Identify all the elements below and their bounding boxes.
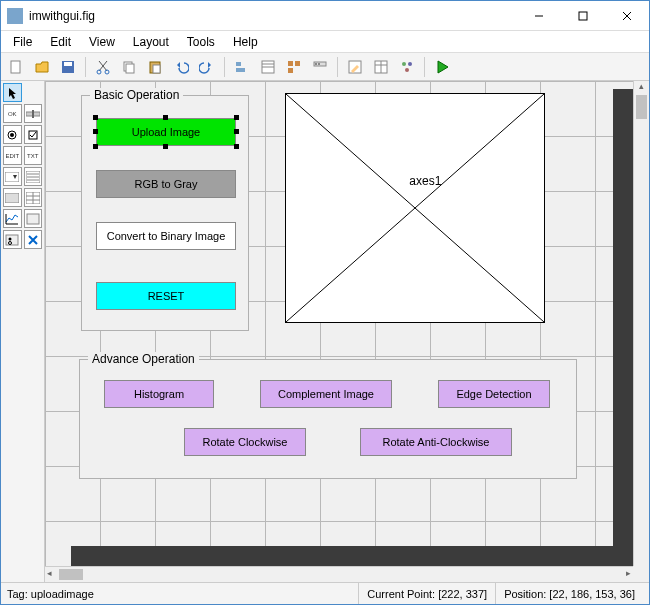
maximize-button[interactable] [561, 2, 605, 30]
window-title: imwithgui.fig [29, 9, 517, 23]
statusbar: Tag: uploadimage Current Point: [222, 33… [1, 582, 649, 604]
svg-rect-48 [27, 214, 39, 224]
cut-icon[interactable] [92, 56, 114, 78]
palette-checkbox[interactable] [24, 125, 43, 144]
menu-layout[interactable]: Layout [125, 33, 177, 51]
separator [424, 57, 425, 77]
menu-view[interactable]: View [81, 33, 123, 51]
toolbar [1, 53, 649, 81]
palette-listbox[interactable] [24, 167, 43, 186]
scroll-up-icon[interactable]: ▴ [634, 81, 649, 91]
advance-legend: Advance Operation [88, 352, 199, 366]
canvas-area[interactable]: Basic Operation Upload Image RGB to Gray… [45, 81, 649, 582]
palette-toggle[interactable] [3, 188, 22, 207]
body: OK EDIT TXT [1, 81, 649, 582]
align-icon[interactable] [231, 56, 253, 78]
v-thumb[interactable] [636, 95, 647, 119]
close-button[interactable] [605, 2, 649, 30]
svg-rect-41 [5, 193, 19, 203]
scroll-right-icon[interactable]: ▸ [626, 568, 631, 578]
basic-operation-panel[interactable]: Basic Operation Upload Image RGB to Gray… [81, 95, 249, 331]
scroll-left-icon[interactable]: ◂ [47, 568, 52, 578]
svg-point-34 [10, 133, 14, 137]
run-icon[interactable] [431, 56, 453, 78]
separator [337, 57, 338, 77]
edge-detection-button[interactable]: Edge Detection [438, 380, 550, 408]
copy-icon[interactable] [118, 56, 140, 78]
palette-edit[interactable]: EDIT [3, 146, 22, 165]
advance-operation-panel[interactable]: Advance Operation Histogram Complement I… [79, 359, 577, 479]
open-icon[interactable] [31, 56, 53, 78]
svg-rect-4 [11, 61, 20, 73]
separator [85, 57, 86, 77]
horizontal-scrollbar[interactable]: ◂ ▸ [45, 566, 633, 582]
status-tag: Tag: uploadimage [7, 588, 94, 600]
status-position: Position: [22, 186, 153, 36] [495, 583, 643, 604]
editor-icon[interactable] [344, 56, 366, 78]
palette-select[interactable] [3, 83, 22, 102]
complement-button[interactable]: Complement Image [260, 380, 392, 408]
menubar: File Edit View Layout Tools Help [1, 31, 649, 53]
toolbar-editor-icon[interactable] [309, 56, 331, 78]
palette-buttongroup[interactable] [3, 230, 22, 249]
vertical-scrollbar[interactable]: ▴ [633, 81, 649, 566]
prop-inspector-icon[interactable] [370, 56, 392, 78]
palette-popup[interactable] [3, 167, 22, 186]
svg-rect-10 [126, 64, 134, 73]
palette-text[interactable]: TXT [24, 146, 43, 165]
app-icon [7, 8, 23, 24]
menu-tools[interactable]: Tools [179, 33, 223, 51]
svg-point-30 [405, 68, 409, 72]
separator [224, 57, 225, 77]
figure-edge-bottom [71, 546, 633, 566]
svg-rect-20 [288, 68, 293, 73]
undo-icon[interactable] [170, 56, 192, 78]
svg-point-28 [402, 62, 406, 66]
tab-order-icon[interactable] [283, 56, 305, 78]
palette-activex[interactable] [24, 230, 43, 249]
status-current-point: Current Point: [222, 337] [358, 583, 495, 604]
minimize-button[interactable] [517, 2, 561, 30]
svg-rect-13 [236, 62, 241, 66]
h-thumb[interactable] [59, 569, 83, 580]
axes-label: axes1 [409, 174, 441, 188]
svg-point-50 [9, 237, 12, 240]
rgb-to-gray-button[interactable]: RGB to Gray [96, 170, 236, 198]
svg-rect-23 [318, 63, 320, 65]
palette-pushbutton[interactable]: OK [3, 104, 22, 123]
figure-edge-right [613, 89, 633, 554]
save-icon[interactable] [57, 56, 79, 78]
upload-image-button[interactable]: Upload Image [96, 118, 236, 146]
scroll-corner [633, 566, 649, 582]
histogram-button[interactable]: Histogram [104, 380, 214, 408]
palette-axes[interactable] [3, 209, 22, 228]
palette-table[interactable] [24, 188, 43, 207]
redo-icon[interactable] [196, 56, 218, 78]
menu-help[interactable]: Help [225, 33, 266, 51]
rotate-cw-button[interactable]: Rotate Clockwise [184, 428, 306, 456]
svg-point-29 [408, 62, 412, 66]
binary-button[interactable]: Convert to Binary Image [96, 222, 236, 250]
menu-editor-icon[interactable] [257, 56, 279, 78]
reset-button[interactable]: RESET [96, 282, 236, 310]
palette-panel[interactable] [24, 209, 43, 228]
menu-file[interactable]: File [5, 33, 40, 51]
paste-icon[interactable] [144, 56, 166, 78]
titlebar: imwithgui.fig [1, 1, 649, 31]
svg-rect-32 [32, 110, 34, 118]
canvas-wrap: Basic Operation Upload Image RGB to Gray… [45, 81, 649, 582]
palette-radio[interactable] [3, 125, 22, 144]
obj-browser-icon[interactable] [396, 56, 418, 78]
svg-rect-36 [5, 172, 19, 182]
app-window: imwithgui.fig File Edit View Layout Tool… [0, 0, 650, 605]
svg-rect-1 [579, 12, 587, 20]
palette-slider[interactable] [24, 104, 43, 123]
basic-legend: Basic Operation [90, 88, 183, 102]
rotate-acw-button[interactable]: Rotate Anti-Clockwise [360, 428, 512, 456]
svg-rect-6 [64, 62, 72, 66]
svg-rect-19 [295, 61, 300, 66]
axes1[interactable]: axes1 [285, 93, 545, 323]
svg-rect-14 [236, 68, 245, 72]
new-file-icon[interactable] [5, 56, 27, 78]
menu-edit[interactable]: Edit [42, 33, 79, 51]
